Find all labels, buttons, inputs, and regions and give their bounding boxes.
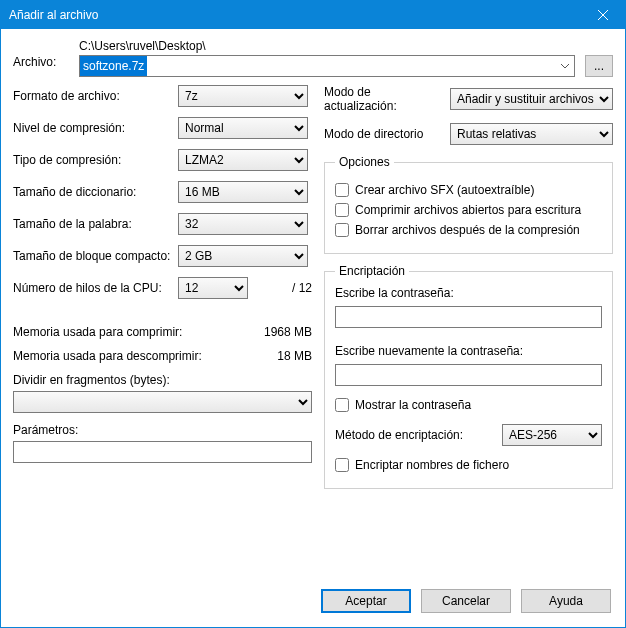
mem-decompress-label: Memoria usada para descomprimir: xyxy=(13,349,277,363)
solid-select[interactable]: 2 GB xyxy=(178,245,308,267)
window-title: Añadir al archivo xyxy=(9,8,581,22)
split-select[interactable] xyxy=(13,391,312,413)
level-select[interactable]: Normal xyxy=(178,117,308,139)
shared-row: Comprimir archivos abiertos para escritu… xyxy=(335,203,602,217)
show-password-label: Mostrar la contraseña xyxy=(355,398,471,412)
mem-decompress-row: Memoria usada para descomprimir: 18 MB xyxy=(13,349,312,363)
method-select[interactable]: LZMA2 xyxy=(178,149,308,171)
params-label: Parámetros: xyxy=(13,423,312,437)
solid-row: Tamaño de bloque compacto: 2 GB xyxy=(13,245,312,267)
close-button[interactable] xyxy=(581,1,625,29)
file-label: Archivo: xyxy=(13,39,69,69)
threads-max: / 12 xyxy=(292,281,312,295)
titlebar: Añadir al archivo xyxy=(1,1,625,29)
mem-compress-row: Memoria usada para comprimir: 1968 MB xyxy=(13,325,312,339)
browse-button[interactable]: ... xyxy=(585,55,613,77)
encrypt-names-checkbox[interactable] xyxy=(335,458,349,472)
action-bar: Aceptar Cancelar Ayuda xyxy=(1,579,625,627)
format-select[interactable]: 7z xyxy=(178,85,308,107)
browse-label: ... xyxy=(594,59,604,73)
update-mode-row: Modo de actualización: Añadir y sustitui… xyxy=(324,85,613,113)
threads-select[interactable]: 12 xyxy=(178,277,248,299)
sfx-row: Crear archivo SFX (autoextraíble) xyxy=(335,183,602,197)
encryption-fieldset: Encriptación Escribe la contraseña: Escr… xyxy=(324,264,613,489)
left-column: Formato de archivo: 7z Nivel de compresi… xyxy=(13,85,312,573)
threads-row: Número de hilos de la CPU: 12 / 12 xyxy=(13,277,312,299)
enc-method-select[interactable]: AES-256 xyxy=(502,424,602,446)
columns: Formato de archivo: 7z Nivel de compresi… xyxy=(13,85,613,573)
dict-row: Tamaño de diccionario: 16 MB xyxy=(13,181,312,203)
dialog-content: Archivo: C:\Users\ruvel\Desktop\ softzon… xyxy=(1,29,625,579)
mem-compress-value: 1968 MB xyxy=(264,325,312,339)
method-label: Tipo de compresión: xyxy=(13,153,178,167)
file-name-input[interactable] xyxy=(79,55,575,77)
update-mode-label: Modo de actualización: xyxy=(324,85,444,113)
params-input[interactable] xyxy=(13,441,312,463)
enc-method-row: Método de encriptación: AES-256 xyxy=(335,424,602,446)
split-section: Dividir en fragmentos (bytes): xyxy=(13,373,312,413)
file-name-combo[interactable]: softzone.7z xyxy=(79,55,575,77)
help-button[interactable]: Ayuda xyxy=(521,589,611,613)
split-label: Dividir en fragmentos (bytes): xyxy=(13,373,312,387)
level-row: Nivel de compresión: Normal xyxy=(13,117,312,139)
options-legend: Opciones xyxy=(335,155,394,169)
format-label: Formato de archivo: xyxy=(13,89,178,103)
delete-row: Borrar archivos después de la compresión xyxy=(335,223,602,237)
encrypt-names-label: Encriptar nombres de fichero xyxy=(355,458,509,472)
word-row: Tamaño de la palabra: 32 xyxy=(13,213,312,235)
enc-method-label: Método de encriptación: xyxy=(335,428,494,442)
format-row: Formato de archivo: 7z xyxy=(13,85,312,107)
close-icon xyxy=(598,10,608,20)
password-input[interactable] xyxy=(335,306,602,328)
solid-label: Tamaño de bloque compacto: xyxy=(13,249,178,263)
password2-label: Escribe nuevamente la contraseña: xyxy=(335,344,602,358)
mem-compress-label: Memoria usada para comprimir: xyxy=(13,325,264,339)
shared-label: Comprimir archivos abiertos para escritu… xyxy=(355,203,581,217)
level-label: Nivel de compresión: xyxy=(13,121,178,135)
file-row: Archivo: C:\Users\ruvel\Desktop\ softzon… xyxy=(13,39,613,77)
password-label: Escribe la contraseña: xyxy=(335,286,602,300)
word-label: Tamaño de la palabra: xyxy=(13,217,178,231)
shared-checkbox[interactable] xyxy=(335,203,349,217)
params-section: Parámetros: xyxy=(13,423,312,463)
show-password-checkbox[interactable] xyxy=(335,398,349,412)
right-column: Modo de actualización: Añadir y sustitui… xyxy=(324,85,613,573)
path-mode-label: Modo de directorio xyxy=(324,127,444,141)
encryption-legend: Encriptación xyxy=(335,264,409,278)
delete-checkbox[interactable] xyxy=(335,223,349,237)
word-select[interactable]: 32 xyxy=(178,213,308,235)
threads-label: Número de hilos de la CPU: xyxy=(13,281,178,295)
password2-input[interactable] xyxy=(335,364,602,386)
ok-button[interactable]: Aceptar xyxy=(321,589,411,613)
delete-label: Borrar archivos después de la compresión xyxy=(355,223,580,237)
sfx-checkbox[interactable] xyxy=(335,183,349,197)
method-row: Tipo de compresión: LZMA2 xyxy=(13,149,312,171)
dialog-window: Añadir al archivo Archivo: C:\Users\ruve… xyxy=(0,0,626,628)
cancel-button[interactable]: Cancelar xyxy=(421,589,511,613)
path-mode-row: Modo de directorio Rutas relativas xyxy=(324,123,613,145)
options-fieldset: Opciones Crear archivo SFX (autoextraíbl… xyxy=(324,155,613,254)
sfx-label: Crear archivo SFX (autoextraíble) xyxy=(355,183,534,197)
file-path: C:\Users\ruvel\Desktop\ xyxy=(79,39,575,53)
path-mode-select[interactable]: Rutas relativas xyxy=(450,123,613,145)
dict-select[interactable]: 16 MB xyxy=(178,181,308,203)
update-mode-select[interactable]: Añadir y sustituir archivos xyxy=(450,88,613,110)
mem-decompress-value: 18 MB xyxy=(277,349,312,363)
file-column: C:\Users\ruvel\Desktop\ softzone.7z xyxy=(79,39,575,77)
show-password-row: Mostrar la contraseña xyxy=(335,398,602,412)
encrypt-names-row: Encriptar nombres de fichero xyxy=(335,458,602,472)
dict-label: Tamaño de diccionario: xyxy=(13,185,178,199)
